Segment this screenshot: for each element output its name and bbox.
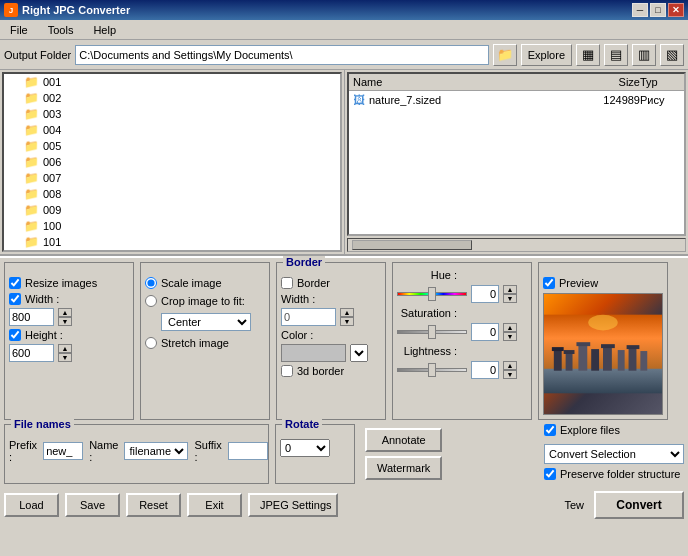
tree-item[interactable]: 📁100 bbox=[4, 218, 340, 234]
width-input[interactable] bbox=[9, 308, 54, 326]
tree-item[interactable]: 📁006 bbox=[4, 154, 340, 170]
jpeg-settings-button[interactable]: JPEG Settings bbox=[248, 493, 338, 517]
hscrollbar[interactable] bbox=[347, 238, 686, 252]
border-color-swatch[interactable] bbox=[281, 344, 346, 362]
preserve-checkbox[interactable] bbox=[544, 468, 556, 480]
tree-item[interactable]: 📁005 bbox=[4, 138, 340, 154]
convert-button[interactable]: Convert bbox=[594, 491, 684, 519]
convert-selection-select[interactable]: Convert Selection bbox=[544, 444, 684, 464]
menu-bar: File Tools Help bbox=[0, 20, 688, 40]
border-checkbox[interactable] bbox=[281, 277, 293, 289]
suffix-input[interactable] bbox=[228, 442, 268, 460]
toolbar: Output Folder 📁 Explore ▦ ▤ ▥ ▧ bbox=[0, 40, 688, 70]
scale-image-label: Scale image bbox=[161, 277, 222, 289]
hscrollbar-thumb[interactable] bbox=[352, 240, 472, 250]
bottom-row2: File names Prefix : Name : filename Suff… bbox=[4, 424, 684, 484]
tree-item[interactable]: 📁007 bbox=[4, 170, 340, 186]
height-up[interactable]: ▲ bbox=[58, 344, 72, 353]
preview-checkbox-row: Preview bbox=[543, 277, 663, 289]
file-row[interactable]: 🖼nature_7.sized124989Рису bbox=[349, 91, 684, 109]
output-path-input[interactable] bbox=[75, 45, 488, 65]
file-list-container[interactable]: Name Size Typ 🖼nature_7.sized124989Рису bbox=[347, 72, 686, 236]
menu-tools[interactable]: Tools bbox=[42, 22, 80, 38]
sat-input[interactable] bbox=[471, 323, 499, 341]
light-input[interactable] bbox=[471, 361, 499, 379]
width-down[interactable]: ▼ bbox=[58, 317, 72, 326]
tree-item[interactable]: 📁002 bbox=[4, 90, 340, 106]
hue-thumb[interactable] bbox=[428, 287, 436, 301]
center-select[interactable]: Center bbox=[161, 313, 251, 331]
svg-rect-13 bbox=[627, 345, 640, 349]
sat-up[interactable]: ▲ bbox=[503, 323, 517, 332]
file-list-pane: Name Size Typ 🖼nature_7.sized124989Рису bbox=[345, 70, 688, 254]
sat-down[interactable]: ▼ bbox=[503, 332, 517, 341]
border-width-up[interactable]: ▲ bbox=[340, 308, 354, 317]
stretch-radio[interactable] bbox=[145, 337, 157, 349]
light-track[interactable] bbox=[397, 368, 467, 372]
tree-item[interactable]: 📁101 bbox=[4, 234, 340, 250]
tree-item[interactable]: 📁004 bbox=[4, 122, 340, 138]
save-button[interactable]: Save bbox=[65, 493, 120, 517]
rotate-title: Rotate bbox=[282, 418, 322, 430]
maximize-button[interactable]: □ bbox=[650, 3, 666, 17]
height-input[interactable] bbox=[9, 344, 54, 362]
border-width-input[interactable] bbox=[281, 308, 336, 326]
threed-checkbox[interactable] bbox=[281, 365, 293, 377]
prefix-input[interactable] bbox=[43, 442, 83, 460]
width-checkbox[interactable] bbox=[9, 293, 21, 305]
file-list-header: Name Size Typ bbox=[349, 74, 684, 91]
sat-thumb[interactable] bbox=[428, 325, 436, 339]
col-name-header: Name bbox=[353, 76, 580, 88]
resize-images-checkbox[interactable] bbox=[9, 277, 21, 289]
light-down[interactable]: ▼ bbox=[503, 370, 517, 379]
border-width-down[interactable]: ▼ bbox=[340, 317, 354, 326]
minimize-button[interactable]: ─ bbox=[632, 3, 648, 17]
sat-track[interactable] bbox=[397, 330, 467, 334]
hue-input[interactable] bbox=[471, 285, 499, 303]
load-button[interactable]: Load bbox=[4, 493, 59, 517]
tree-item[interactable]: 📁008 bbox=[4, 186, 340, 202]
height-checkbox[interactable] bbox=[9, 329, 21, 341]
file-tree-container[interactable]: 📁001📁002📁003📁004📁005📁006📁007📁008📁009📁100… bbox=[2, 72, 342, 252]
svg-point-15 bbox=[588, 315, 618, 331]
file-rows: 🖼nature_7.sized124989Рису bbox=[349, 91, 684, 109]
filenames-panel: File names Prefix : Name : filename Suff… bbox=[4, 424, 269, 484]
hue-up[interactable]: ▲ bbox=[503, 285, 517, 294]
tree-item[interactable]: 📁001 bbox=[4, 74, 340, 90]
reset-button[interactable]: Reset bbox=[126, 493, 181, 517]
width-value-row: ▲ ▼ bbox=[9, 308, 129, 326]
tree-item[interactable]: 📁009 bbox=[4, 202, 340, 218]
crop-radio[interactable] bbox=[145, 295, 157, 307]
explore-files-checkbox[interactable] bbox=[544, 424, 556, 436]
border-color-dropdown[interactable]: ▼ bbox=[350, 344, 368, 362]
watermark-button[interactable]: Watermark bbox=[365, 456, 442, 480]
explore-button[interactable]: Explore bbox=[521, 44, 572, 66]
close-button[interactable]: ✕ bbox=[668, 3, 684, 17]
hue-down[interactable]: ▼ bbox=[503, 294, 517, 303]
file-tree-scroll[interactable]: 📁001📁002📁003📁004📁005📁006📁007📁008📁009📁100… bbox=[4, 74, 340, 250]
menu-file[interactable]: File bbox=[4, 22, 34, 38]
light-thumb[interactable] bbox=[428, 363, 436, 377]
preview-checkbox[interactable] bbox=[543, 277, 555, 289]
scale-radio[interactable] bbox=[145, 277, 157, 289]
title-bar: J Right JPG Converter ─ □ ✕ bbox=[0, 0, 688, 20]
rotate-select[interactable]: 0 90 180 270 bbox=[280, 439, 330, 457]
width-up[interactable]: ▲ bbox=[58, 308, 72, 317]
browse-button[interactable]: 📁 bbox=[493, 44, 517, 66]
view-icon2[interactable]: ▤ bbox=[604, 44, 628, 66]
view-icon1[interactable]: ▦ bbox=[576, 44, 600, 66]
name-select[interactable]: filename bbox=[124, 442, 188, 460]
light-up[interactable]: ▲ bbox=[503, 361, 517, 370]
menu-help[interactable]: Help bbox=[87, 22, 122, 38]
view-icon4[interactable]: ▧ bbox=[660, 44, 684, 66]
folder-icon: 📁 bbox=[24, 203, 39, 217]
height-down[interactable]: ▼ bbox=[58, 353, 72, 362]
tree-item[interactable]: 📁003 bbox=[4, 106, 340, 122]
exit-button[interactable]: Exit bbox=[187, 493, 242, 517]
scale-image-row: Scale image bbox=[145, 277, 265, 289]
action-buttons-row: Load Save Reset Exit JPEG Settings Tew C… bbox=[4, 488, 684, 522]
view-icon3[interactable]: ▥ bbox=[632, 44, 656, 66]
hue-track[interactable] bbox=[397, 292, 467, 296]
annotate-button[interactable]: Annotate bbox=[365, 428, 442, 452]
col-size-header: Size bbox=[580, 76, 640, 88]
